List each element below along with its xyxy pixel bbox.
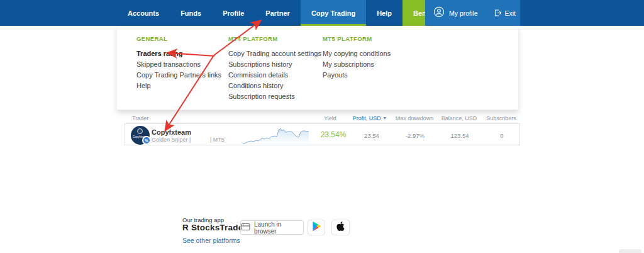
column-header-balance: Balance, USD: [441, 115, 477, 121]
nav-item-funds[interactable]: Funds: [170, 0, 212, 26]
menu-item-my-subscriptions[interactable]: My subscriptions: [323, 59, 417, 70]
launch-in-browser-button[interactable]: Launch in browser: [240, 220, 304, 235]
browser-window-icon: [241, 222, 250, 233]
profile-block: My profile Exit: [425, 0, 520, 26]
menu-item-skipped-transactions[interactable]: Skipped transactions: [136, 59, 228, 70]
trader-subtitle-platform: | MT5: [210, 137, 225, 143]
exit-button[interactable]: Exit: [494, 8, 520, 19]
nav-item-copy-trading[interactable]: Copy Trading: [301, 0, 366, 26]
google-play-icon: [312, 221, 321, 234]
column-header-trader: Trader: [132, 115, 148, 121]
nav-item-accounts[interactable]: Accounts: [117, 0, 170, 26]
menu-header-mt4: MT4 PLATFORM: [228, 35, 323, 43]
user-icon: [433, 6, 445, 20]
copy-trading-dropdown-menu: GENERAL Traders rating Skipped transacti…: [117, 26, 518, 110]
sparkline-chart: [243, 125, 309, 145]
app-store-button[interactable]: [331, 220, 350, 235]
menu-item-subscription-requests[interactable]: Subscription requests: [228, 91, 323, 102]
column-header-subscribers: Subscribers: [486, 115, 516, 121]
menu-item-subscriptions-history[interactable]: Subscriptions history: [228, 59, 323, 70]
cell-subscribers: 0: [500, 132, 503, 139]
main-menu: Accounts Funds Profile Partner Copy Trad…: [117, 0, 451, 26]
exit-label: Exit: [504, 9, 516, 17]
menu-item-account-settings[interactable]: Copy Trading account settings: [228, 48, 323, 59]
cell-drawdown: -2.97%: [406, 132, 425, 139]
menu-item-traders-rating[interactable]: Traders rating: [136, 48, 228, 59]
cell-yield: 23.54%: [321, 130, 347, 139]
cell-profit: 23.54: [364, 132, 379, 139]
avatar-emblem-icon: [137, 128, 143, 134]
column-header-profit-label: Profit, USD: [353, 115, 381, 121]
logout-icon: [494, 8, 502, 19]
nav-item-partner[interactable]: Partner: [255, 0, 301, 26]
app-name: R StocksTrader: [182, 223, 247, 232]
table-row[interactable]: Copyfxteam % Copyfxteam Golden Sniper | …: [125, 123, 520, 145]
menu-item-partners-links[interactable]: Copy Trading Partners links: [136, 70, 228, 81]
menu-header-mt5: MT5 PLATFORM: [323, 35, 417, 43]
menu-column-general: GENERAL Traders rating Skipped transacti…: [136, 35, 228, 110]
trader-subtitle-strategy: Golden Sniper |: [152, 137, 191, 143]
google-play-button[interactable]: [308, 220, 325, 235]
column-header-drawdown: Max drawdown: [396, 115, 434, 121]
sort-desc-icon[interactable]: ▼: [382, 116, 387, 120]
nav-item-help[interactable]: Help: [366, 0, 402, 26]
partial-element: [619, 249, 641, 253]
page: Accounts Funds Profile Partner Copy Trad…: [0, 0, 644, 253]
menu-item-payouts[interactable]: Payouts: [323, 70, 417, 81]
column-header-profit[interactable]: Profit, USD ▼: [353, 115, 387, 121]
percent-badge: %: [142, 136, 151, 145]
column-header-yield: Yield: [324, 115, 336, 121]
apple-icon: [336, 221, 345, 234]
menu-column-mt5: MT5 PLATFORM My copying conditions My su…: [323, 35, 417, 110]
my-profile-label: My profile: [449, 9, 478, 17]
menu-item-commission-details[interactable]: Commission details: [228, 70, 323, 81]
menu-item-conditions-history[interactable]: Conditions history: [228, 81, 323, 91]
top-navigation-bar: Accounts Funds Profile Partner Copy Trad…: [0, 0, 644, 26]
nav-item-profile[interactable]: Profile: [212, 0, 255, 26]
menu-header-general: GENERAL: [136, 35, 228, 43]
trader-name[interactable]: Copyfxteam: [152, 128, 191, 136]
see-other-platforms-link[interactable]: See other platforms: [182, 237, 240, 244]
menu-item-my-copying-conditions[interactable]: My copying conditions: [323, 48, 417, 59]
cell-balance: 123.54: [450, 132, 469, 139]
launch-in-browser-label: Launch in browser: [254, 221, 303, 235]
menu-column-mt4: MT4 PLATFORM Copy Trading account settin…: [228, 35, 323, 110]
menu-item-help[interactable]: Help: [136, 81, 228, 91]
my-profile-button[interactable]: My profile: [425, 6, 494, 20]
